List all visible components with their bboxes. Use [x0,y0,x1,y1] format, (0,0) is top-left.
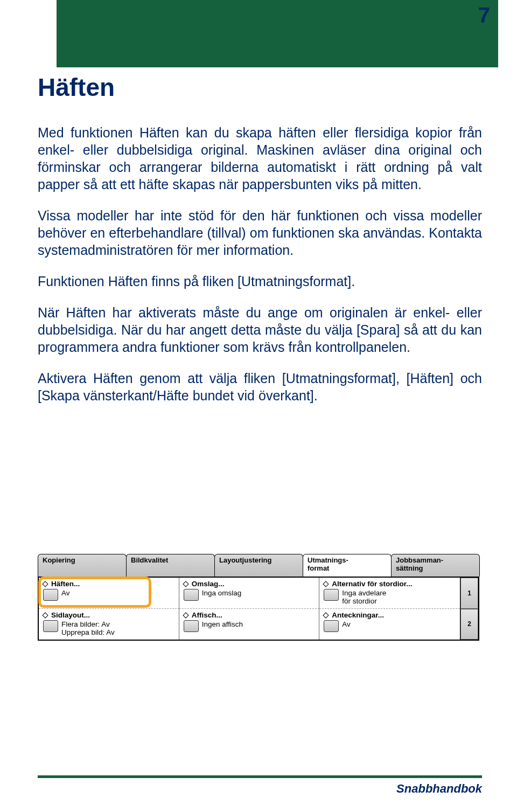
option-button[interactable] [324,589,339,601]
option-button[interactable] [184,589,199,601]
option-button[interactable] [43,620,58,632]
scroll-up-button[interactable]: 1 [460,578,478,609]
paragraph: Funktionen Häften finns på fliken [Utmat… [38,273,482,290]
option-sidlayout[interactable]: Sidlayout... Flera bilder: Av Upprepa bi… [39,608,179,640]
header-bar [57,0,498,67]
option-button[interactable] [43,589,58,601]
tab-bildkvalitet[interactable]: Bildkvalitet [126,554,215,577]
option-omslag[interactable]: Omslag... Inga omslag [179,578,320,608]
option-title: Alternativ för stordior... [332,580,412,588]
option-value: Inga omslag [202,589,242,597]
option-value: Av [342,620,351,628]
tab-kopiering[interactable]: Kopiering [38,554,127,577]
option-value: Flera bilder: Av Upprepa bild: Av [61,620,115,636]
option-affisch[interactable]: Affisch... Ingen affisch [179,608,320,640]
footer-divider [38,775,482,778]
option-anteckningar[interactable]: Anteckningar... Av [319,608,460,640]
body-text: Med funktionen Häften kan du skapa häfte… [38,124,482,418]
option-value: Av [61,589,70,597]
tab-bar: Kopiering Bildkvalitet Layoutjustering U… [38,554,479,577]
diamond-icon [183,612,188,618]
scroll-column: 1 2 [460,578,478,640]
tab-label: Utmatnings- format [308,556,348,572]
paragraph: Aktivera Häften genom att välja fliken [… [38,370,482,404]
page-number: 7 [478,3,490,27]
option-value: Ingen affisch [202,620,243,628]
tab-utmatningsformat[interactable]: Utmatnings- format [303,554,392,577]
paragraph: Vissa modeller har inte stöd för den här… [38,207,482,259]
tab-jobbsammansattning[interactable]: Jobbsamman- sättning [391,554,480,577]
option-title: Affisch... [192,611,222,619]
option-button[interactable] [324,620,339,632]
scroll-down-button[interactable]: 2 [460,609,478,640]
tab-label: Kopiering [43,556,75,564]
diamond-icon [183,581,188,587]
paragraph: När Häften har aktiverats måste du ange … [38,304,482,356]
paragraph: Med funktionen Häften kan du skapa häfte… [38,124,482,193]
tab-layoutjustering[interactable]: Layoutjustering [214,554,303,577]
diamond-icon [323,612,329,618]
footer-label: Snabbhandbok [396,782,482,796]
diamond-icon [323,581,329,587]
option-title: Sidlayout... [51,611,90,619]
tab-label: Bildkvalitet [131,556,168,564]
printer-panel-screenshot: Kopiering Bildkvalitet Layoutjustering U… [38,554,479,641]
tab-label: Jobbsamman- sättning [396,556,443,572]
options-panel: Häften... Av Omslag... Inga omslag Alter… [38,577,479,641]
diamond-icon [42,581,48,587]
option-button[interactable] [184,620,199,632]
option-title: Häften... [51,580,80,588]
option-haften[interactable]: Häften... Av [39,578,179,608]
diamond-icon [42,612,48,618]
tab-label: Layoutjustering [219,556,272,564]
option-title: Anteckningar... [332,611,384,619]
option-value: Inga avdelare för stordior [342,589,386,605]
option-alternativ-stordior[interactable]: Alternativ för stordior... Inga avdelare… [319,578,460,608]
option-title: Omslag... [192,580,225,588]
page-title: Häften [38,73,115,102]
